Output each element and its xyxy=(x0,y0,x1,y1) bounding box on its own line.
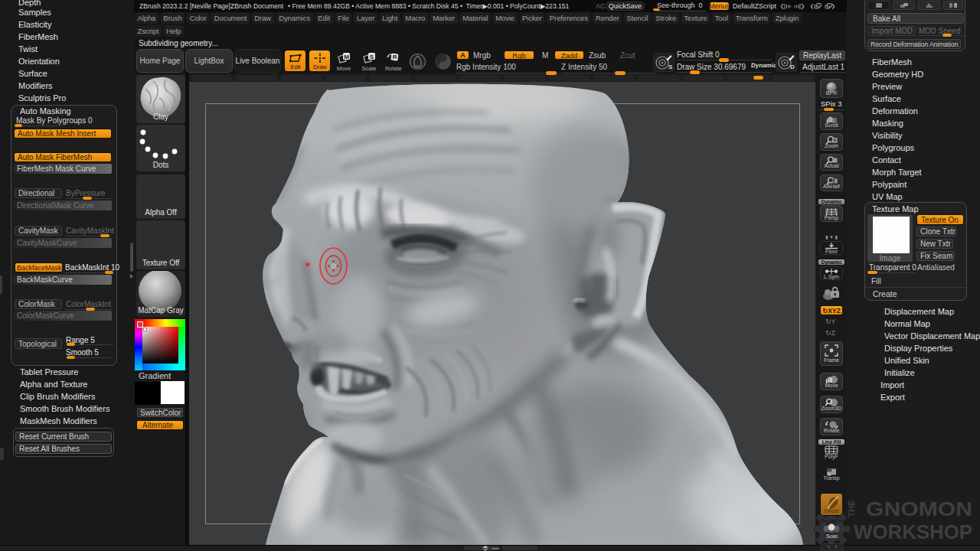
svg-text:Edit: Edit xyxy=(290,64,301,70)
svg-text:THE: THE xyxy=(848,500,856,517)
svg-text:D: D xyxy=(790,64,795,70)
svg-text:S: S xyxy=(370,54,374,60)
svg-text:S: S xyxy=(668,64,673,70)
svg-text:R: R xyxy=(393,54,397,60)
svg-text:WORKSHOP: WORKSHOP xyxy=(854,521,972,543)
svg-text:Draw: Draw xyxy=(313,64,327,70)
svg-text:GNOMON: GNOMON xyxy=(866,498,972,520)
svg-text:M: M xyxy=(344,54,349,60)
